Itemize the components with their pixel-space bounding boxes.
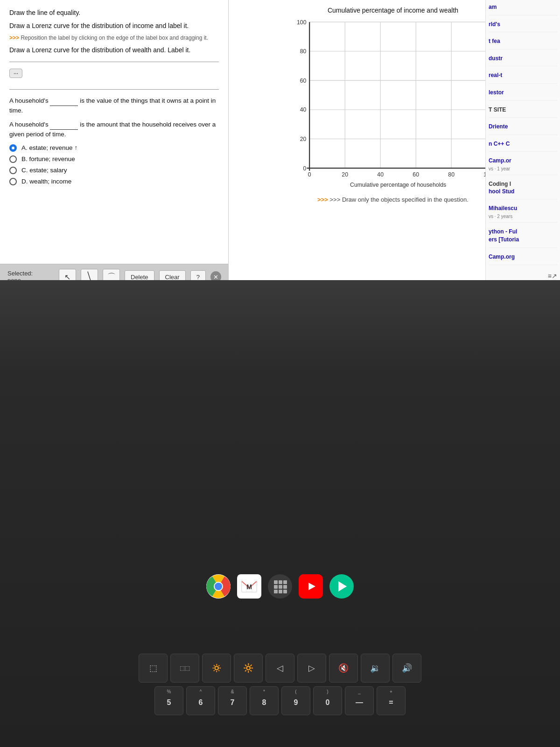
option-d[interactable]: D. wealth; income [9, 178, 219, 185]
chrome-svg [206, 574, 231, 599]
taskbar: M [206, 574, 354, 599]
apps-svg [273, 579, 287, 593]
sidebar-item-10: Coding I hool Stud [489, 181, 557, 199]
sidebar-item-8: n C++ C [489, 141, 557, 152]
drag-handle[interactable]: ··· [9, 69, 22, 78]
instruction-hint-1: >>> Reposition the label by clicking on … [9, 34, 219, 42]
sidebar-title-13: Camp.org [489, 254, 557, 261]
vol-up-icon: 🔊 [402, 663, 412, 673]
divider-2 [9, 89, 219, 90]
sidebar-icon: ≡↗ [548, 272, 557, 280]
option-b[interactable]: B. fortune; revenue [9, 155, 219, 163]
key-5-top: % [167, 689, 171, 694]
sidebar-item-3: dustr [489, 55, 557, 67]
key-6[interactable]: ^ 6 [186, 686, 215, 715]
radio-d[interactable] [9, 178, 17, 185]
svg-rect-36 [279, 585, 282, 589]
sidebar-title-12b: ers [Tutoria [489, 236, 557, 244]
svg-text:0: 0 [303, 165, 307, 172]
key-back[interactable]: ◁ [266, 654, 294, 683]
key-mute[interactable]: 🔇 [329, 654, 358, 683]
sidebar-item-2: t fea [489, 38, 557, 49]
sidebar-title-2: t fea [489, 38, 557, 45]
svg-rect-35 [274, 585, 278, 589]
svg-rect-32 [274, 580, 278, 584]
key-6-top: ^ [200, 689, 202, 694]
chart-instruction-text: >>> Draw only the objects specified in t… [330, 196, 469, 203]
sidebar-icon-area: ≡↗ [489, 271, 557, 280]
radio-c[interactable] [9, 167, 17, 174]
key-0-top: ) [327, 689, 328, 694]
key-8-main: 8 [262, 698, 266, 707]
key-multiwindow[interactable]: ⬚⬚ [170, 654, 199, 683]
key-9-top: ( [295, 689, 296, 694]
screen: Draw the line of equality. Draw a Lorenz… [0, 0, 560, 289]
key-9[interactable]: ( 9 [281, 686, 310, 715]
svg-rect-39 [279, 590, 282, 593]
key-7-main: 7 [231, 698, 235, 707]
svg-text:20: 20 [300, 136, 307, 142]
svg-text:40: 40 [377, 171, 384, 178]
key-7[interactable]: & 7 [218, 686, 247, 715]
selected-label: Selected: [7, 270, 54, 277]
sidebar-title-12: ython - Ful [489, 228, 557, 236]
option-a[interactable]: A. estate; revenue ↑ [9, 144, 219, 152]
sidebar-title-8: n C++ C [489, 141, 557, 148]
vol-down-icon: 🔉 [370, 663, 380, 673]
key-vol-down[interactable]: 🔉 [361, 654, 390, 683]
sidebar-meta-11: vs · 2 years [489, 213, 557, 219]
key-dash[interactable]: _ — [345, 686, 374, 715]
sidebar-title-7: Driente [489, 123, 557, 131]
sidebar-title-0: am [489, 4, 557, 11]
key-equals[interactable]: + = [377, 686, 406, 715]
divider-1 [9, 62, 219, 62]
fill-blank-1: A household's is the value of the things… [9, 96, 219, 116]
key-5-main: 5 [167, 698, 171, 707]
svg-rect-37 [283, 585, 287, 589]
key-equals-main: = [389, 698, 393, 707]
key-vol-up[interactable]: 🔊 [392, 654, 421, 683]
radio-b[interactable] [9, 155, 17, 163]
svg-text:Cumulative percentage of house: Cumulative percentage of households [350, 182, 446, 188]
key-8[interactable]: * 8 [250, 686, 279, 715]
chart-arrow: >>> [317, 196, 328, 203]
key-0[interactable]: ) 0 [313, 686, 342, 715]
sidebar-title-6: T SITE [489, 106, 557, 114]
key-8-top: * [263, 689, 265, 694]
hint-text-1: Reposition the label by clicking on the … [21, 35, 208, 41]
close-icon: ✕ [213, 274, 218, 281]
key-forward[interactable]: ▷ [297, 654, 326, 683]
sidebar-item-6: T SITE [489, 106, 557, 118]
sidebar-title-1: rld's [489, 21, 557, 28]
youtube-icon[interactable] [299, 574, 323, 599]
blank-1 [50, 96, 78, 106]
radio-a[interactable] [9, 144, 17, 152]
key-dash-main: — [356, 698, 363, 707]
sidebar-title-3: dustr [489, 55, 557, 63]
chrome-icon[interactable] [206, 574, 231, 599]
play-icon[interactable] [329, 574, 354, 599]
svg-rect-40 [283, 590, 287, 593]
sidebar-meta-9: vs · 1 year [489, 166, 557, 172]
key-9-main: 9 [294, 698, 298, 707]
svg-text:80: 80 [448, 171, 455, 178]
brightness-up-icon: 🔆 [243, 663, 253, 673]
youtube-svg [302, 580, 319, 592]
sidebar-item-11: Mihailescu vs · 2 years [489, 205, 557, 223]
svg-point-30 [215, 583, 222, 590]
sidebar-item-1: rld's [489, 21, 557, 33]
cursor-arrow: ↑ [75, 144, 78, 151]
option-c[interactable]: C. estate; salary [9, 167, 219, 174]
forward-icon: ▷ [308, 663, 315, 673]
key-brightness-down[interactable]: 🔅 [202, 654, 231, 683]
gmail-icon[interactable]: M [237, 574, 261, 599]
blank-2 [50, 120, 78, 130]
apps-icon[interactable] [268, 574, 292, 599]
svg-marker-41 [308, 583, 315, 590]
key-6-main: 6 [199, 698, 203, 707]
sidebar-title-11: Mihailescu [489, 205, 557, 212]
key-0-main: 0 [326, 698, 330, 707]
key-5[interactable]: % 5 [154, 686, 183, 715]
key-brightness-up[interactable]: 🔆 [234, 654, 263, 683]
key-screenshot[interactable]: ⬚ [139, 654, 168, 683]
